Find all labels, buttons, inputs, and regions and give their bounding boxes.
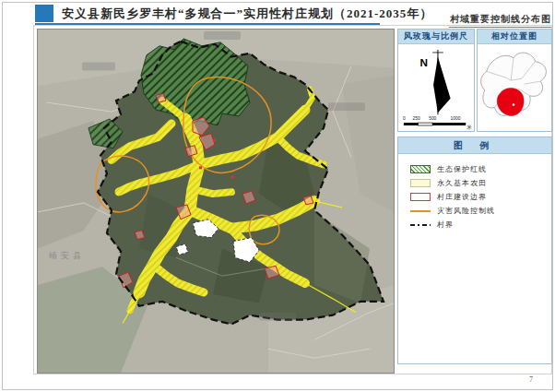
map-canvas: 靖安县 bbox=[38, 30, 394, 373]
legend-item: 生态保护红线 bbox=[410, 162, 551, 176]
compass-panel-title: 风玫瑰与比例尺 bbox=[398, 30, 474, 44]
sheet-name-underline bbox=[449, 27, 551, 28]
legend-swatch-construction-boundary bbox=[410, 193, 431, 201]
sheet-name: 村域重要控制线分布图 bbox=[424, 13, 551, 26]
scale-unit: 米 bbox=[466, 125, 472, 130]
location-map bbox=[478, 44, 551, 132]
legend-item-label: 永久基本农田 bbox=[437, 178, 487, 188]
legend-item-label: 灾害风险控制线 bbox=[437, 206, 495, 216]
svg-text:250: 250 bbox=[413, 116, 420, 121]
legend-item-label: 生态保护红线 bbox=[437, 164, 487, 174]
legend-panel: 图 例 生态保护红线 永久基本农田 村庄建设边界 灾害风险控制线 村界 bbox=[397, 137, 552, 364]
legend-swatch-village-border bbox=[410, 224, 431, 226]
title-accent-square bbox=[35, 5, 53, 22]
legend-item: 村界 bbox=[410, 218, 551, 232]
village-highlight-dot bbox=[513, 103, 515, 106]
legend-body: 生态保护红线 永久基本农田 村庄建设边界 灾害风险控制线 村界 bbox=[398, 154, 551, 232]
legend-title: 图 例 bbox=[398, 137, 551, 154]
north-label: N bbox=[419, 56, 427, 68]
wind-rose-scale: N 0 250 500 1000 米 bbox=[398, 44, 474, 132]
satellite-planning-map: 靖安县 bbox=[37, 29, 395, 374]
legend-swatch-farmland bbox=[410, 179, 431, 187]
location-panel: 相对位置图 bbox=[477, 29, 552, 132]
legend-swatch-disaster-line bbox=[410, 210, 431, 212]
legend-item-label: 村庄建设边界 bbox=[437, 192, 487, 202]
plan-sheet-page: 安义县新民乡罗丰村“多规合一”实用性村庄规划（2021-2035年） 村域重要控… bbox=[0, 0, 555, 392]
page-title: 安义县新民乡罗丰村“多规合一”实用性村庄规划（2021-2035年） bbox=[62, 6, 432, 22]
legend-item: 村庄建设边界 bbox=[410, 190, 551, 204]
location-panel-title: 相对位置图 bbox=[478, 30, 551, 44]
svg-text:0: 0 bbox=[403, 116, 406, 121]
svg-text:500: 500 bbox=[429, 116, 436, 121]
legend-item: 灾害风险控制线 bbox=[410, 204, 551, 218]
legend-item-label: 村界 bbox=[437, 220, 454, 230]
legend-swatch-eco-redline bbox=[410, 165, 431, 173]
compass-scale-panel: 风玫瑰与比例尺 N 0 250 500 1000 米 bbox=[397, 29, 475, 132]
title-underline bbox=[35, 23, 380, 25]
wind-rose-sail bbox=[433, 57, 451, 113]
legend-item: 永久基本农田 bbox=[410, 176, 551, 190]
page-number: 7 bbox=[529, 375, 533, 384]
svg-text:1000: 1000 bbox=[451, 116, 461, 121]
county-label: 靖安县 bbox=[48, 251, 85, 260]
scale-bar bbox=[404, 123, 466, 125]
